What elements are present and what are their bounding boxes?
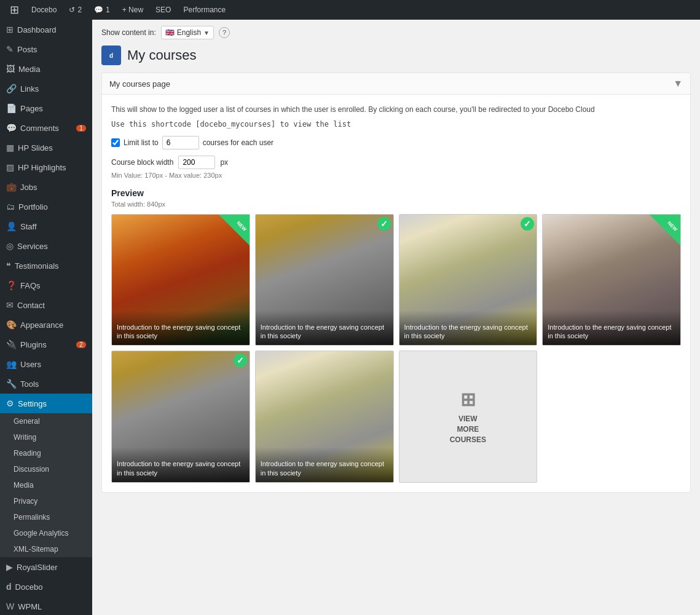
sidebar-item-label: Docebo (15, 582, 43, 592)
submenu-privacy[interactable]: Privacy (0, 493, 92, 509)
new-button[interactable]: + New (117, 0, 148, 20)
sidebar-item-plugins[interactable]: 🔌 Plugins 2 (0, 335, 92, 354)
sidebar-item-hp-slides[interactable]: ▦ HP Slides (0, 138, 92, 157)
info-text-2: Use this shortcode [docebo_mycourses] to… (111, 119, 681, 130)
logo-text: d (109, 52, 113, 59)
sidebar-item-jobs[interactable]: 💼 Jobs (0, 177, 92, 197)
seo-label: SEO (155, 6, 171, 14)
help-button[interactable]: ? (219, 27, 230, 38)
submenu-xml-sitemap[interactable]: XML-Sitemap (0, 541, 92, 557)
page-header: d My courses (101, 46, 691, 65)
submenu-general[interactable]: General (0, 413, 92, 429)
sidebar-item-wpml[interactable]: W WPML (0, 597, 92, 615)
settings-icon: ⚙ (6, 399, 14, 408)
performance-button[interactable]: Performance (178, 0, 230, 20)
check-badge-2: ✓ (377, 217, 391, 231)
sidebar-item-label: WPML (18, 602, 42, 611)
sidebar-item-hp-highlights[interactable]: ▨ HP Highlights (0, 157, 92, 177)
admin-bar: ⊞ Docebo ↺ 2 💬 1 + New SEO Performance (0, 0, 700, 20)
sidebar-item-posts[interactable]: ✎ Posts (0, 39, 92, 59)
dashboard-icon: ⊞ (6, 25, 14, 34)
sidebar-item-appearance[interactable]: 🎨 Appearance (0, 315, 92, 335)
sidebar-item-users[interactable]: 👥 Users (0, 354, 92, 374)
course-card-1[interactable]: NEW Introduction to the energy saving co… (111, 214, 250, 346)
card-header-label: My courses page (109, 79, 170, 89)
course-card-5[interactable]: ✓ Introduction to the energy saving conc… (111, 351, 250, 482)
course-caption-1: Introduction to the energy saving concep… (112, 311, 250, 346)
view-more-card[interactable]: ⊞ VIEWMORECOURSES (399, 351, 538, 482)
seo-button[interactable]: SEO (151, 0, 176, 20)
preview-label: Preview (111, 188, 681, 198)
submenu-google-analytics[interactable]: Google Analytics (0, 525, 92, 541)
block-width-input[interactable] (178, 156, 215, 169)
pages-icon: 📄 (6, 103, 17, 113)
course-card-4[interactable]: NEW Introduction to the energy saving co… (542, 214, 681, 346)
courses-label: courses for each user (203, 138, 273, 147)
site-name[interactable]: Docebo (26, 0, 61, 20)
comments-button[interactable]: 💬 1 (89, 0, 115, 20)
sidebar-item-docebo[interactable]: d Docebo (0, 577, 92, 597)
sidebar-item-dashboard[interactable]: ⊞ Dashboard (0, 20, 92, 39)
site-name-label: Docebo (31, 6, 57, 14)
submenu-media[interactable]: Media (0, 477, 92, 493)
course-card-2[interactable]: ✓ Introduction to the energy saving conc… (255, 214, 394, 346)
comments-count: 1 (106, 6, 110, 14)
block-width-unit: px (220, 158, 228, 167)
sidebar-item-faqs[interactable]: ❓ FAQs (0, 276, 92, 295)
sidebar-item-label: Users (20, 360, 41, 369)
sidebar-item-portfolio[interactable]: 🗂 Portfolio (0, 197, 92, 216)
settings-submenu: General Writing Reading Discussion Media… (0, 413, 92, 557)
limit-input[interactable] (162, 136, 199, 149)
limit-checkbox[interactable] (111, 138, 120, 147)
block-width-label: Course block width (111, 158, 173, 167)
revisions-button[interactable]: ↺ 2 (64, 0, 87, 20)
submenu-permalinks[interactable]: Permalinks (0, 509, 92, 525)
testimonials-icon: ❝ (6, 261, 11, 271)
submenu-discussion[interactable]: Discussion (0, 461, 92, 477)
sidebar-item-services[interactable]: ◎ Services (0, 236, 92, 256)
portfolio-icon: 🗂 (6, 202, 15, 212)
course-caption-3: Introduction to the energy saving concep… (399, 311, 537, 346)
course-card-3[interactable]: ✓ Introduction to the energy saving conc… (399, 214, 538, 346)
performance-label: Performance (183, 6, 226, 14)
course-caption-2: Introduction to the energy saving concep… (256, 311, 393, 346)
course-caption-5: Introduction to the energy saving concep… (112, 447, 250, 482)
sidebar-item-royal-slider[interactable]: ▶ RoyalSlider (0, 557, 92, 577)
sidebar-item-label: RoyalSlider (17, 563, 57, 572)
flag-icon: 🇬🇧 (165, 28, 175, 37)
sidebar-item-label: Pages (20, 104, 43, 113)
sidebar-item-contact[interactable]: ✉ Contact (0, 295, 92, 315)
block-width-row: Course block width px (111, 156, 681, 169)
users-icon: 👥 (6, 359, 17, 369)
sidebar-item-staff[interactable]: 👤 Staff (0, 216, 92, 236)
lang-bar: Show content in: 🇬🇧 English ▼ ? (101, 26, 691, 39)
help-icon-label: ? (222, 29, 226, 36)
appearance-icon: 🎨 (6, 320, 17, 330)
sidebar-item-testimonials[interactable]: ❝ Testimonials (0, 256, 92, 276)
sidebar-item-label: Staff (20, 222, 37, 231)
view-more-grid-icon: ⊞ (460, 389, 476, 410)
empty-slot (542, 351, 681, 482)
sidebar-item-tools[interactable]: 🔧 Tools (0, 374, 92, 394)
layout: ⊞ Dashboard ✎ Posts 🖼 Media 🔗 Links 📄 Pa… (0, 20, 700, 615)
royal-slider-icon: ▶ (6, 562, 13, 572)
card-collapse-icon[interactable]: ▼ (673, 78, 683, 89)
submenu-reading[interactable]: Reading (0, 445, 92, 461)
sidebar-item-label: Plugins (20, 340, 47, 349)
wpml-icon: W (6, 601, 14, 611)
submenu-writing[interactable]: Writing (0, 429, 92, 445)
wp-logo[interactable]: ⊞ (5, 0, 24, 20)
sidebar-item-comments[interactable]: 💬 Comments 1 (0, 118, 92, 138)
course-card-6[interactable]: Introduction to the energy saving concep… (255, 351, 394, 482)
sidebar-item-settings[interactable]: ⚙ Settings (0, 394, 92, 413)
sidebar-item-label: Dashboard (17, 25, 57, 34)
page-title: My courses (127, 47, 196, 63)
services-icon: ◎ (6, 241, 14, 251)
sidebar-item-label: HP Highlights (18, 163, 66, 172)
language-dropdown[interactable]: 🇬🇧 English ▼ (161, 26, 214, 39)
sidebar-item-media[interactable]: 🖼 Media (0, 59, 92, 79)
page-logo: d (101, 46, 121, 65)
sidebar-item-pages[interactable]: 📄 Pages (0, 98, 92, 118)
sidebar-item-links[interactable]: 🔗 Links (0, 79, 92, 98)
hp-highlights-icon: ▨ (6, 162, 14, 172)
